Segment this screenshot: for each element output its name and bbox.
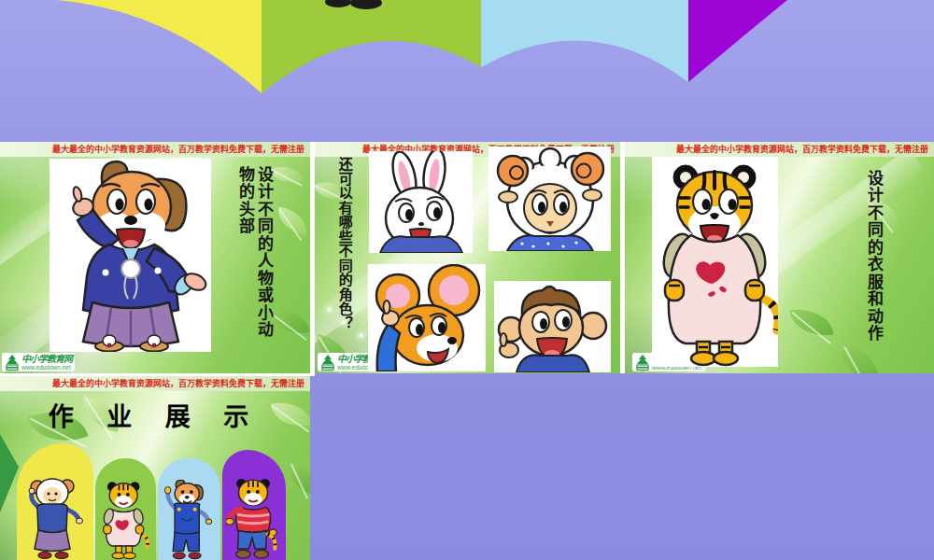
tiger-character-image (226, 476, 282, 560)
sheep-image (488, 147, 611, 251)
dog-character-image (50, 159, 211, 352)
umbrella-panel-violet (688, 0, 787, 82)
logo-site-text: www.edudown.net (21, 364, 72, 371)
slide-title: 作 业 展 示 (0, 397, 310, 433)
tiger-character-image (652, 157, 778, 367)
monkey-image (494, 281, 611, 372)
mouse-image (368, 264, 486, 371)
tiger-character-image (99, 480, 153, 560)
slide-design-head[interactable]: 最大最全的中小学教育资源网站，百万教学资料免费下载，无需注册 (0, 142, 310, 373)
promo-text: 最大最全的中小学教育资源网站，百万教学资料免费下载，无需注册 (625, 142, 934, 157)
edudown-logo-icon (5, 354, 20, 371)
sheep-character-image (26, 474, 84, 560)
showcase-panel-purple (222, 450, 286, 560)
umbrella-panel-green (262, 0, 481, 93)
umbrella-panel-yellow (56, 0, 262, 93)
slide-header: 最大最全的中小学教育资源网站，百万教学资料免费下载，无需注册 (625, 142, 934, 157)
slide-header: 最大最全的中小学教育资源网站，百万教学资料免费下载，无需注册 (0, 142, 310, 157)
dog-character-image (163, 480, 217, 560)
slide-more-roles[interactable]: 最大最全的中小学教育资源网站，百万教学资料免费下载，无需注册 (315, 142, 620, 373)
slide-design-clothes[interactable]: 最大最全的中小学教育资源网站，百万教学资料免费下载，无需注册 中小学教育网 ww… (625, 142, 934, 373)
rabbit-image (369, 151, 473, 253)
promo-text: 最大最全的中小学教育资源网站，百万教学资料免费下载，无需注册 (0, 376, 310, 391)
edudown-logo-icon (320, 354, 335, 371)
slide-homework-showcase[interactable]: 最大最全的中小学教育资源网站，百万教学资料免费下载，无需注册 作 业 展 示 (0, 376, 310, 560)
slide-caption: 还可以有哪些不同的角色？ (335, 157, 353, 336)
showcase-panel-yellow (17, 443, 93, 560)
edudown-logo: 中小学教育网 www.edudown.net (2, 353, 75, 371)
page-background: 最大最全的中小学教育资源网站，百万教学资料免费下载，无需注册 (0, 0, 934, 560)
promo-text: 最大最全的中小学教育资源网站，百万教学资料免费下载，无需注册 (0, 142, 310, 157)
slide-caption: 设计不同的人物或小动物的头部 (235, 166, 273, 342)
showcase-panel-blue (158, 458, 220, 560)
umbrella-canopy (0, 0, 934, 142)
slide-caption: 设计不同的衣服和动作 (864, 170, 883, 349)
umbrella-panel-blue (481, 0, 688, 82)
slide-header: 最大最全的中小学教育资源网站，百万教学资料免费下载，无需注册 (0, 376, 310, 391)
showcase-panel-green (95, 458, 156, 560)
logo-brand-text: 中小学教育网 (21, 355, 72, 364)
edudown-logo-icon (635, 354, 650, 371)
